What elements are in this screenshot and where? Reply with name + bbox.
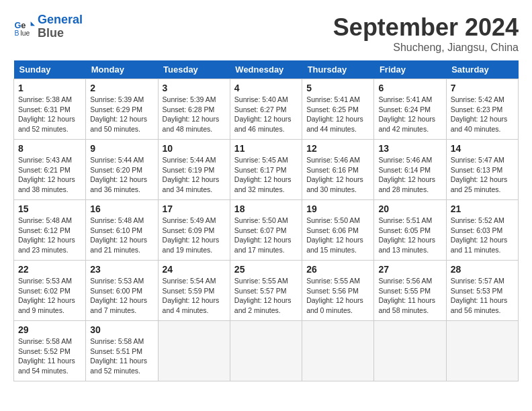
- day-cell-5: 5Sunrise: 5:41 AM Sunset: 6:25 PM Daylig…: [302, 79, 374, 140]
- day-cell-13: 13Sunrise: 5:46 AM Sunset: 6:14 PM Dayli…: [374, 140, 446, 200]
- day-info: Sunrise: 5:44 AM Sunset: 6:19 PM Dayligh…: [163, 155, 226, 195]
- location-title: Shucheng, Jiangsu, China: [333, 42, 519, 54]
- day-number: 28: [451, 264, 514, 275]
- day-info: Sunrise: 5:48 AM Sunset: 6:12 PM Dayligh…: [18, 216, 81, 255]
- day-info: Sunrise: 5:40 AM Sunset: 6:27 PM Dayligh…: [234, 95, 298, 134]
- page-header: G e B lue General Blue September 2024 Sh…: [13, 13, 519, 54]
- day-info: Sunrise: 5:53 AM Sunset: 6:00 PM Dayligh…: [90, 276, 153, 316]
- day-cell-6: 6Sunrise: 5:41 AM Sunset: 6:24 PM Daylig…: [374, 79, 446, 140]
- day-cell-21: 21Sunrise: 5:52 AM Sunset: 6:03 PM Dayli…: [446, 200, 518, 261]
- day-number: 2: [90, 83, 153, 93]
- day-info: Sunrise: 5:39 AM Sunset: 6:28 PM Dayligh…: [163, 95, 226, 134]
- day-number: 13: [378, 143, 441, 154]
- header-wednesday: Wednesday: [230, 60, 302, 79]
- day-info: Sunrise: 5:49 AM Sunset: 6:09 PM Dayligh…: [163, 216, 226, 255]
- day-cell-29: 29Sunrise: 5:58 AM Sunset: 5:52 PM Dayli…: [14, 321, 86, 381]
- day-cell-27: 27Sunrise: 5:56 AM Sunset: 5:55 PM Dayli…: [374, 261, 446, 321]
- day-cell-1: 1Sunrise: 5:38 AM Sunset: 6:31 PM Daylig…: [14, 79, 86, 140]
- day-cell-28: 28Sunrise: 5:57 AM Sunset: 5:53 PM Dayli…: [446, 261, 518, 321]
- day-info: Sunrise: 5:46 AM Sunset: 6:16 PM Dayligh…: [306, 155, 369, 195]
- svg-text:lue: lue: [20, 30, 30, 37]
- day-number: 11: [234, 143, 298, 154]
- day-cell-8: 8Sunrise: 5:43 AM Sunset: 6:21 PM Daylig…: [14, 140, 86, 200]
- day-number: 14: [451, 143, 514, 154]
- day-cell-14: 14Sunrise: 5:47 AM Sunset: 6:13 PM Dayli…: [446, 140, 518, 200]
- day-cell-25: 25Sunrise: 5:55 AM Sunset: 5:57 PM Dayli…: [230, 261, 302, 321]
- day-number: 6: [378, 83, 441, 93]
- day-info: Sunrise: 5:58 AM Sunset: 5:51 PM Dayligh…: [90, 336, 153, 376]
- day-number: 25: [234, 264, 298, 275]
- day-number: 8: [18, 143, 81, 154]
- day-number: 27: [378, 264, 441, 275]
- day-info: Sunrise: 5:53 AM Sunset: 6:02 PM Dayligh…: [18, 276, 81, 316]
- day-cell-9: 9Sunrise: 5:44 AM Sunset: 6:20 PM Daylig…: [86, 140, 158, 200]
- day-cell-26: 26Sunrise: 5:55 AM Sunset: 5:56 PM Dayli…: [302, 261, 374, 321]
- day-info: Sunrise: 5:55 AM Sunset: 5:56 PM Dayligh…: [306, 276, 369, 316]
- day-number: 1: [18, 83, 81, 93]
- day-info: Sunrise: 5:52 AM Sunset: 6:03 PM Dayligh…: [451, 216, 514, 255]
- empty-cell: [446, 321, 518, 381]
- header-saturday: Saturday: [446, 60, 518, 79]
- day-cell-20: 20Sunrise: 5:51 AM Sunset: 6:05 PM Dayli…: [374, 200, 446, 261]
- svg-marker-4: [31, 21, 35, 26]
- day-info: Sunrise: 5:51 AM Sunset: 6:05 PM Dayligh…: [378, 216, 441, 255]
- day-cell-19: 19Sunrise: 5:50 AM Sunset: 6:06 PM Dayli…: [302, 200, 374, 261]
- day-number: 10: [163, 143, 226, 154]
- day-number: 22: [18, 264, 81, 275]
- calendar-week-row: 15Sunrise: 5:48 AM Sunset: 6:12 PM Dayli…: [14, 200, 519, 261]
- day-number: 24: [163, 264, 226, 275]
- day-number: 4: [234, 83, 298, 93]
- day-info: Sunrise: 5:46 AM Sunset: 6:14 PM Dayligh…: [378, 155, 441, 195]
- svg-text:B: B: [15, 30, 19, 37]
- day-info: Sunrise: 5:42 AM Sunset: 6:23 PM Dayligh…: [451, 95, 514, 134]
- day-cell-15: 15Sunrise: 5:48 AM Sunset: 6:12 PM Dayli…: [14, 200, 86, 261]
- logo-text: General Blue: [38, 13, 83, 40]
- calendar-table: Sunday Monday Tuesday Wednesday Thursday…: [13, 60, 519, 381]
- day-info: Sunrise: 5:55 AM Sunset: 5:57 PM Dayligh…: [234, 276, 298, 316]
- day-info: Sunrise: 5:41 AM Sunset: 6:25 PM Dayligh…: [306, 95, 369, 134]
- day-info: Sunrise: 5:44 AM Sunset: 6:20 PM Dayligh…: [90, 155, 153, 195]
- day-number: 29: [18, 324, 81, 335]
- calendar-week-row: 22Sunrise: 5:53 AM Sunset: 6:02 PM Dayli…: [14, 261, 519, 321]
- day-number: 15: [18, 203, 81, 214]
- day-number: 23: [90, 264, 153, 275]
- header-sunday: Sunday: [14, 60, 86, 79]
- day-number: 3: [163, 83, 226, 93]
- day-info: Sunrise: 5:38 AM Sunset: 6:31 PM Dayligh…: [18, 95, 81, 134]
- day-info: Sunrise: 5:41 AM Sunset: 6:24 PM Dayligh…: [378, 95, 441, 134]
- day-info: Sunrise: 5:50 AM Sunset: 6:06 PM Dayligh…: [306, 216, 369, 255]
- calendar-week-row: 1Sunrise: 5:38 AM Sunset: 6:31 PM Daylig…: [14, 79, 519, 140]
- day-number: 9: [90, 143, 153, 154]
- day-number: 19: [306, 203, 369, 214]
- day-number: 12: [306, 143, 369, 154]
- header-monday: Monday: [86, 60, 158, 79]
- day-cell-18: 18Sunrise: 5:50 AM Sunset: 6:07 PM Dayli…: [230, 200, 302, 261]
- calendar-week-row: 29Sunrise: 5:58 AM Sunset: 5:52 PM Dayli…: [14, 321, 519, 381]
- day-cell-12: 12Sunrise: 5:46 AM Sunset: 6:16 PM Dayli…: [302, 140, 374, 200]
- day-info: Sunrise: 5:39 AM Sunset: 6:29 PM Dayligh…: [90, 95, 153, 134]
- empty-cell: [230, 321, 302, 381]
- day-cell-11: 11Sunrise: 5:45 AM Sunset: 6:17 PM Dayli…: [230, 140, 302, 200]
- day-cell-23: 23Sunrise: 5:53 AM Sunset: 6:00 PM Dayli…: [86, 261, 158, 321]
- empty-cell: [302, 321, 374, 381]
- day-cell-17: 17Sunrise: 5:49 AM Sunset: 6:09 PM Dayli…: [158, 200, 230, 261]
- day-number: 16: [90, 203, 153, 214]
- day-number: 30: [90, 324, 153, 335]
- day-number: 17: [163, 203, 226, 214]
- calendar-week-row: 8Sunrise: 5:43 AM Sunset: 6:21 PM Daylig…: [14, 140, 519, 200]
- day-cell-2: 2Sunrise: 5:39 AM Sunset: 6:29 PM Daylig…: [86, 79, 158, 140]
- svg-text:e: e: [21, 19, 26, 30]
- day-info: Sunrise: 5:58 AM Sunset: 5:52 PM Dayligh…: [18, 336, 81, 376]
- day-number: 21: [451, 203, 514, 214]
- empty-cell: [374, 321, 446, 381]
- header-tuesday: Tuesday: [158, 60, 230, 79]
- header-friday: Friday: [374, 60, 446, 79]
- day-info: Sunrise: 5:54 AM Sunset: 5:59 PM Dayligh…: [163, 276, 226, 316]
- calendar-title-area: September 2024 Shucheng, Jiangsu, China: [333, 13, 519, 54]
- day-info: Sunrise: 5:56 AM Sunset: 5:55 PM Dayligh…: [378, 276, 441, 316]
- day-cell-22: 22Sunrise: 5:53 AM Sunset: 6:02 PM Dayli…: [14, 261, 86, 321]
- svg-text:G: G: [15, 19, 21, 30]
- day-info: Sunrise: 5:47 AM Sunset: 6:13 PM Dayligh…: [451, 155, 514, 195]
- logo-icon: G e B lue: [13, 16, 35, 38]
- header-thursday: Thursday: [302, 60, 374, 79]
